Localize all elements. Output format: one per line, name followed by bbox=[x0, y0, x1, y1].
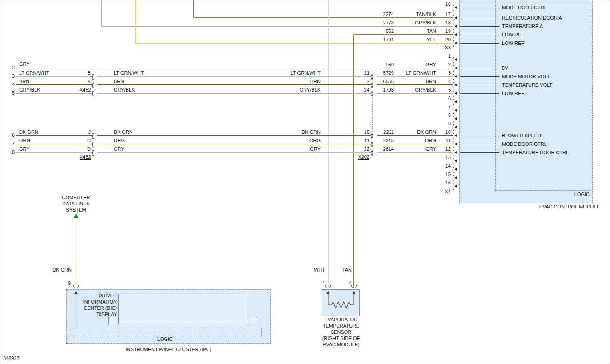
wire-line-vertical bbox=[101, 0, 102, 27]
wire-line bbox=[377, 93, 453, 94]
pin-stub bbox=[460, 26, 499, 27]
pin-function-label: LOW REF bbox=[502, 40, 524, 46]
connector-pin-number: 2 bbox=[356, 79, 369, 84]
wire-color-label: ORG bbox=[114, 138, 125, 144]
pin-connector-icon bbox=[452, 56, 458, 63]
pin-function-label: 5V bbox=[502, 65, 508, 71]
pin-stub bbox=[460, 76, 499, 77]
pin-function-label: TEMPERATURE DOOR CTRL bbox=[502, 150, 569, 156]
circuit-number: 596 bbox=[376, 62, 394, 68]
sensor-title: HVAC MODULE) bbox=[310, 342, 372, 348]
inline-connector-icon bbox=[91, 73, 93, 79]
wire-line bbox=[97, 135, 371, 136]
pin-number: 9 bbox=[438, 121, 451, 127]
connector-pin-number: 11 bbox=[356, 138, 369, 144]
row-ref-number: 5 bbox=[7, 90, 15, 96]
pin-number: 3 bbox=[438, 70, 451, 76]
ipc-title: INSTRUMENT PANEL CLUSTER (IPC) bbox=[88, 347, 249, 352]
wire-color-label: GRY/BLK bbox=[401, 20, 436, 26]
pin-number: 7 bbox=[438, 104, 451, 110]
wire-color-label: GRY bbox=[276, 146, 321, 152]
wire-color-label: LT GRN/WHT bbox=[114, 70, 144, 76]
pin-connector-icon bbox=[452, 99, 458, 105]
pin-function-label: MODE DOOR CTRL bbox=[502, 5, 547, 11]
pin-number: 2 bbox=[344, 280, 351, 286]
wire-color-label: ORG bbox=[19, 138, 30, 144]
off-page-destination: COMPUTER bbox=[49, 195, 103, 200]
circuit-number: 2614 bbox=[376, 146, 394, 152]
pin-connector-icon bbox=[452, 166, 458, 172]
pin-number: 1 bbox=[438, 53, 451, 59]
wire-color-label: LT GRN/WHT bbox=[276, 70, 321, 76]
inline-connector-icon bbox=[370, 82, 373, 88]
pin-function-label: BLOWER SPEED bbox=[502, 133, 541, 139]
pin-connector-icon bbox=[452, 124, 458, 130]
off-page-destination: DATA LINES bbox=[49, 201, 103, 207]
dic-display-label: DISPLAY bbox=[80, 312, 117, 317]
arrow-up-icon bbox=[74, 290, 78, 294]
dic-display-wing bbox=[247, 317, 257, 324]
dic-display-label: INFORMATION bbox=[80, 299, 117, 305]
pin-connector-icon bbox=[452, 183, 458, 189]
pin-stub bbox=[460, 144, 499, 144]
wire-color-label: YEL bbox=[401, 37, 436, 43]
pin-number: 8 bbox=[438, 112, 451, 118]
pin-stub bbox=[460, 68, 499, 68]
row-ref-number: 3 bbox=[7, 73, 15, 79]
connector-x4-label: X4 bbox=[438, 189, 451, 195]
dic-display bbox=[118, 294, 247, 324]
inline-connector-icon bbox=[370, 73, 373, 79]
pin-stub bbox=[460, 35, 499, 35]
inline-connector-icon bbox=[370, 132, 373, 138]
wire-color-label: GRY/BLK bbox=[276, 87, 321, 93]
wire-color-label: TAN bbox=[333, 267, 352, 273]
pin-number: 19 bbox=[438, 28, 451, 34]
wire-line-vertical bbox=[76, 218, 76, 287]
sensor-title: SENSOR bbox=[310, 329, 372, 335]
dic-display-label: CENTER (DIC) bbox=[80, 305, 117, 311]
wire-color-label: BRN bbox=[276, 79, 321, 84]
wire-color-label: LT GRN/WHT bbox=[19, 70, 49, 76]
drawing-number: 348927 bbox=[3, 356, 20, 361]
wire-line bbox=[97, 76, 371, 77]
wire-color-label: TAN/BLK bbox=[401, 12, 436, 17]
connector-x3-label: X3 bbox=[438, 45, 451, 51]
circuit-number: 552 bbox=[376, 28, 394, 34]
pin-stub bbox=[460, 136, 499, 136]
wire-line bbox=[16, 135, 92, 136]
connector-continuation-line bbox=[372, 95, 373, 132]
wire-line bbox=[377, 152, 453, 153]
ipc-logic-label: LOGIC bbox=[129, 336, 201, 342]
wire-color-label: DK GRN bbox=[19, 129, 38, 135]
row-ref-number: 2 bbox=[7, 65, 15, 71]
connector-x452-label: X452 bbox=[80, 154, 91, 160]
wire-line bbox=[377, 84, 453, 85]
circuit-number: 2778 bbox=[376, 20, 394, 26]
connector-pin-letter: B bbox=[80, 70, 91, 76]
wire-color-label: WHT bbox=[307, 267, 325, 273]
pin-stub bbox=[460, 93, 499, 94]
pin-connector-icon bbox=[452, 158, 458, 164]
wire-line bbox=[97, 152, 371, 153]
pin-function-label: LOW REF bbox=[502, 91, 524, 96]
internal-wire bbox=[76, 294, 76, 328]
connector-pin-number: 10 bbox=[356, 129, 369, 135]
pin-stub bbox=[460, 43, 499, 44]
circuit-number: 1798 bbox=[376, 87, 394, 93]
pin-function-label: LOW REF bbox=[502, 32, 524, 38]
wire-color-label: DK GRN bbox=[276, 129, 321, 135]
connector-pin-number: 21 bbox=[356, 70, 369, 76]
row-ref-number: 4 bbox=[7, 82, 15, 88]
wire-color-label: LT GRN/WHT bbox=[401, 70, 436, 76]
wire-color-label: DK GRN bbox=[114, 129, 133, 135]
pin-connector-icon bbox=[452, 116, 458, 122]
thermistor-symbol bbox=[322, 289, 360, 316]
inline-connector-icon bbox=[91, 149, 93, 155]
inline-connector-icon bbox=[91, 82, 93, 88]
arrow-up-icon bbox=[74, 213, 78, 218]
pin-connector-icon bbox=[452, 107, 458, 113]
wire-line bbox=[97, 84, 371, 85]
wire-color-label: DK GRN bbox=[45, 267, 72, 273]
pin-number: 20 bbox=[438, 37, 451, 43]
pin-number: 16 bbox=[438, 180, 451, 186]
